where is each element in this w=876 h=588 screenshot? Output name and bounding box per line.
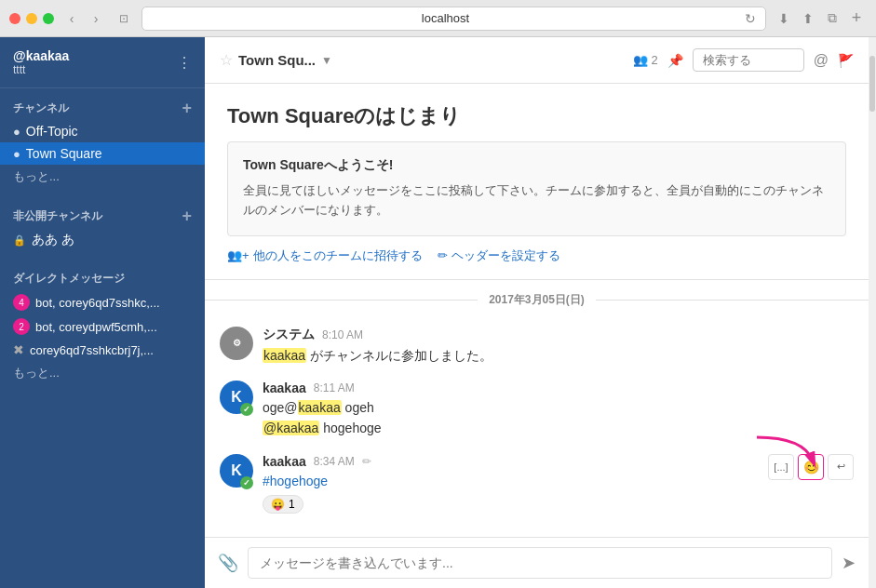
traffic-light-green[interactable] <box>43 13 54 24</box>
message-text-kaakaa-1-line1: oge@kaakaa ogeh <box>263 397 854 418</box>
dm-more[interactable]: もっと... <box>0 361 205 385</box>
dm-badge-1: 4 <box>13 294 30 311</box>
private-channel-name: ああ あ <box>32 232 74 248</box>
private-channels-header: 非公開チャンネル + <box>0 204 205 228</box>
active-channel-icon: ● <box>13 147 20 161</box>
channel-name-off-topic: Off-Topic <box>26 124 78 139</box>
pencil-icon: ✏ <box>438 248 448 262</box>
sidebar-item-private-aaa[interactable]: 🔒 ああ あ <box>0 228 205 252</box>
reload-icon[interactable]: ↻ <box>745 11 756 26</box>
share-button[interactable]: ⬆ <box>798 8 818 29</box>
private-channels-label: 非公開チャンネル <box>13 208 102 224</box>
avatar-system: ⚙ <box>220 327 253 360</box>
avatar-kaakaa-1: K ✓ <box>220 381 253 414</box>
message-input[interactable] <box>248 547 832 579</box>
arrow-indicator <box>748 428 822 477</box>
dm-name-2: bot, coreydpwf5cmh,... <box>35 320 157 334</box>
nav-buttons: ‹ › <box>61 8 106 29</box>
date-divider: 2017年3月05日(日) <box>205 280 869 319</box>
channels-label: チャンネル <box>13 100 69 116</box>
highlight-kaakaa-2: kaakaa <box>298 400 342 415</box>
message-author-system: システム <box>263 327 315 343</box>
action-reply-button[interactable]: ↩ <box>828 454 854 480</box>
message-author-kaakaa-2: kaakaa <box>263 454 306 469</box>
channels-more[interactable]: もっと... <box>0 165 205 189</box>
channel-title: Town Squ... <box>238 52 316 68</box>
channel-link-hogehoge[interactable]: #hogehoge <box>263 474 328 488</box>
highlight-kaakaa-1: kaakaa <box>263 348 306 363</box>
scrollbar-track[interactable] <box>869 37 876 588</box>
message-content-system: システム 8:10 AM kaakaa がチャンネルに参加しました。 <box>263 327 854 366</box>
app: @kaakaa tttt ⋮ チャンネル + ● Off-Topic ● Tow… <box>0 37 876 588</box>
dm-header: ダイレクトメッセージ <box>0 267 205 290</box>
messages-area[interactable]: Town Squareのはじまり Town Squareへようこそ! 全員に見て… <box>205 84 869 537</box>
sidebar-item-dm-1[interactable]: 4 bot, corey6qd7sshkc,... <box>0 290 205 314</box>
main-content: ☆ Town Squ... ▼ 👥 2 📌 @ 🚩 Town Squareのはじ… <box>205 37 869 588</box>
message-text-part-1: がチャンネルに参加しました。 <box>310 348 492 363</box>
new-tab-button[interactable]: + <box>846 8 867 29</box>
welcome-box: Town Squareへようこそ! 全員に見てほしいメッセージをここに投稿して下… <box>227 141 846 236</box>
channel-header: ☆ Town Squ... ▼ 👥 2 📌 @ 🚩 <box>205 37 869 84</box>
reaction-area: 😛 1 <box>263 491 854 514</box>
date-label: 2017年3月05日(日) <box>478 293 596 306</box>
dm-avatar-3: ✖ <box>13 342 24 357</box>
channels-section: チャンネル + ● Off-Topic ● Town Square もっと... <box>0 88 205 196</box>
welcome-section: Town Squareのはじまり Town Squareへようこそ! 全員に見て… <box>205 84 869 280</box>
traffic-light-yellow[interactable] <box>26 13 37 24</box>
back-button[interactable]: ‹ <box>61 8 82 29</box>
message-time-kaakaa-1: 8:11 AM <box>314 381 355 394</box>
message-input-area: 📎 ➤ <box>205 537 869 588</box>
header-link[interactable]: ✏ ヘッダーを設定する <box>438 247 560 264</box>
sidebar-username: @kaakaa <box>13 48 69 63</box>
dm-name-3: corey6qd7sshkcbrj7j,... <box>30 343 154 357</box>
verified-badge-1: ✓ <box>240 403 253 416</box>
chevron-down-icon[interactable]: ▼ <box>321 54 332 67</box>
message-time-system: 8:10 AM <box>322 328 363 341</box>
download-button[interactable]: ⬇ <box>774 8 794 29</box>
message-meta-system: システム 8:10 AM <box>263 327 854 343</box>
search-input[interactable] <box>693 48 804 72</box>
channel-name-town-square: Town Square <box>26 146 102 161</box>
sidebar-item-town-square[interactable]: ● Town Square <box>0 142 205 165</box>
dm-label: ダイレクトメッセージ <box>13 271 125 287</box>
sidebar-item-dm-3[interactable]: ✖ corey6qd7sshkcbrj7j,... <box>0 339 205 361</box>
sidebar-header: @kaakaa tttt ⋮ <box>0 37 205 88</box>
scrollbar-thumb[interactable] <box>869 56 875 112</box>
dm-name-1: bot, corey6qd7sshkc,... <box>35 296 160 310</box>
attach-icon[interactable]: 📎 <box>218 553 238 573</box>
pin-icon[interactable]: 📌 <box>667 53 683 68</box>
at-icon[interactable]: @ <box>814 52 829 69</box>
invite-link[interactable]: 👥+ 他の人をこのチームに招待する <box>227 247 423 264</box>
channel-title-area: ☆ Town Squ... ▼ <box>220 51 624 69</box>
add-channel-icon[interactable]: + <box>182 100 192 116</box>
member-count: 👥 2 <box>633 53 658 67</box>
star-icon[interactable]: ☆ <box>220 51 233 69</box>
welcome-text: 全員に見てほしいメッセージをここに投稿して下さい。チームに参加すると、全員が自動… <box>243 181 830 220</box>
address-bar[interactable]: localhost ↻ <box>142 7 766 31</box>
sidebar-more-icon[interactable]: ⋮ <box>177 54 192 72</box>
reaction-count: 1 <box>289 498 295 511</box>
dm-badge-2: 2 <box>13 318 30 335</box>
traffic-light-red[interactable] <box>9 13 20 24</box>
message-meta-kaakaa-1: kaakaa 8:11 AM <box>263 381 854 395</box>
at-mention-kaakaa: @kaakaa <box>263 421 319 435</box>
header-actions: 👥 2 📌 @ 🚩 <box>633 48 854 72</box>
dm-section: ダイレクトメッセージ 4 bot, corey6qd7sshkc,... 2 b… <box>0 260 205 393</box>
reaction-button[interactable]: 😛 1 <box>263 495 303 514</box>
send-icon[interactable]: ➤ <box>842 553 856 573</box>
edited-icon: ✏ <box>362 455 371 468</box>
private-channels-section: 非公開チャンネル + 🔒 ああ あ <box>0 196 205 260</box>
message-time-kaakaa-2: 8:34 AM <box>314 455 355 468</box>
tab-button[interactable]: ⧉ <box>822 8 842 29</box>
sidebar-item-off-topic[interactable]: ● Off-Topic <box>0 120 205 142</box>
avatar-kaakaa-2: K ✓ <box>220 454 253 488</box>
invite-link-text: 他の人をこのチームに招待する <box>253 247 423 264</box>
channels-header: チャンネル + <box>0 96 205 120</box>
sidebar-item-dm-2[interactable]: 2 bot, coreydpwf5cmh,... <box>0 314 205 339</box>
window-mode-button[interactable]: ⊡ <box>114 8 134 29</box>
member-count-value: 2 <box>652 53 658 67</box>
member-icon: 👥 <box>633 53 648 67</box>
add-private-channel-icon[interactable]: + <box>182 207 192 224</box>
forward-button[interactable]: › <box>86 8 106 29</box>
flag-icon[interactable]: 🚩 <box>838 53 854 68</box>
